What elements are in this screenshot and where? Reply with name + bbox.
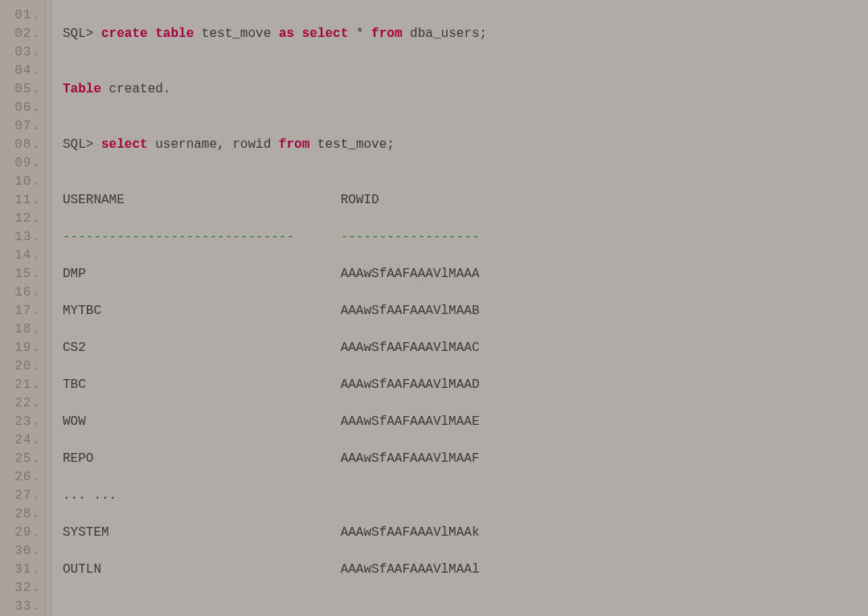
code-line: SQL> create table test_move as select * … — [63, 25, 868, 43]
line-number: 26. — [0, 468, 45, 487]
line-number: 16. — [0, 284, 45, 302]
line-gutter: 01. 02. 03. 04. 05. 06. 07. 08. 09. 10. … — [0, 0, 45, 616]
line-number: 18. — [0, 320, 45, 339]
line-number: 10. — [0, 173, 45, 191]
code-line: TBC AAAwSfAAFAAAVlMAAD — [63, 376, 868, 394]
line-number: 17. — [0, 302, 45, 320]
code-line: REPO AAAwSfAAFAAAVlMAAF — [63, 450, 868, 468]
line-number: 05. — [0, 80, 45, 99]
line-number: 08. — [0, 136, 45, 154]
gutter-separator — [45, 0, 51, 616]
line-number: 22. — [0, 394, 45, 413]
line-number: 20. — [0, 357, 45, 376]
line-number: 19. — [0, 339, 45, 357]
line-number: 28. — [0, 505, 45, 524]
line-number: 04. — [0, 62, 45, 80]
code-line: SYSTEM AAAwSfAAFAAAVlMAAk — [63, 524, 868, 542]
line-number: 32. — [0, 579, 45, 598]
line-number: 09. — [0, 154, 45, 173]
line-number: 21. — [0, 376, 45, 394]
code-line: ... ... — [63, 487, 868, 505]
code-line: WOW AAAwSfAAFAAAVlMAAE — [63, 413, 868, 431]
code-line: Table created. — [63, 80, 868, 99]
line-number: 29. — [0, 524, 45, 542]
line-number: 27. — [0, 487, 45, 505]
line-number: 13. — [0, 228, 45, 247]
code-line: USERNAME ROWID — [63, 191, 868, 210]
code-line: CS2 AAAwSfAAFAAAVlMAAC — [63, 339, 868, 357]
code-line: ------------------------------ ---------… — [63, 228, 868, 247]
line-number: 15. — [0, 265, 45, 284]
line-number: 23. — [0, 413, 45, 431]
code-line: DMP AAAwSfAAFAAAVlMAAA — [63, 265, 868, 284]
line-number: 24. — [0, 431, 45, 450]
code-area: SQL> create table test_move as select * … — [51, 0, 868, 616]
line-number: 11. — [0, 191, 45, 210]
code-line: SQL> select username, rowid from test_mo… — [63, 136, 868, 154]
line-number: 25. — [0, 450, 45, 468]
line-number: 33. — [0, 598, 45, 616]
code-line: OUTLN AAAwSfAAFAAAVlMAAl — [63, 561, 868, 579]
line-number: 06. — [0, 99, 45, 117]
line-number: 02. — [0, 25, 45, 43]
line-number: 12. — [0, 210, 45, 228]
code-line: MYTBC AAAwSfAAFAAAVlMAAB — [63, 302, 868, 320]
line-number: 01. — [0, 6, 45, 25]
line-number: 03. — [0, 43, 45, 62]
code-editor: 01. 02. 03. 04. 05. 06. 07. 08. 09. 10. … — [0, 0, 868, 616]
line-number: 30. — [0, 542, 45, 561]
line-number: 07. — [0, 117, 45, 136]
line-number: 14. — [0, 247, 45, 265]
line-number: 31. — [0, 561, 45, 579]
